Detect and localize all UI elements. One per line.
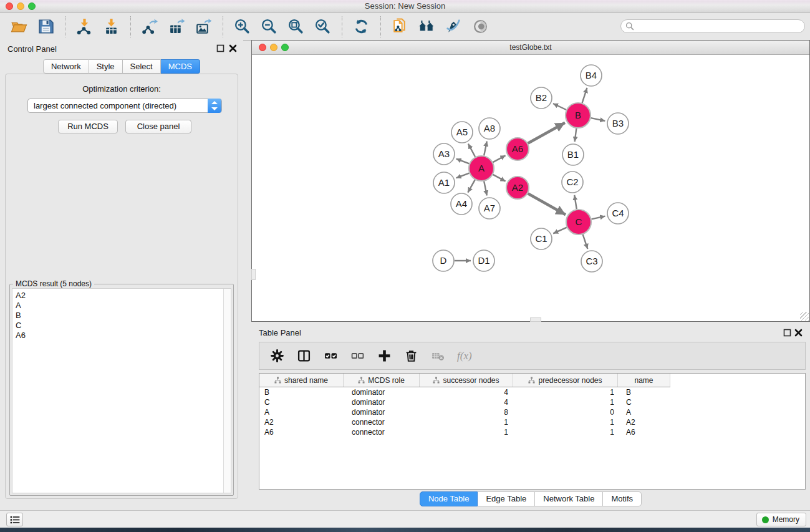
node-label-D: D: [440, 255, 447, 266]
split-columns-icon[interactable]: [296, 349, 311, 364]
select-all-checkboxes-icon[interactable]: [323, 349, 338, 364]
criterion-dropdown[interactable]: largest connected component (directed): [27, 99, 222, 113]
network-canvas[interactable]: B4B2BB3A8A5A6B1A3AA1C2A2A4A7C4CC1C3DD1: [252, 55, 809, 321]
network-window-titlebar[interactable]: testGlobe.txt: [252, 41, 809, 55]
result-list-scrollbar[interactable]: [223, 289, 231, 493]
edge-C-C3[interactable]: [583, 235, 588, 249]
add-column-icon[interactable]: [377, 349, 392, 364]
edge-B-B3[interactable]: [591, 118, 605, 121]
edge-A-A6[interactable]: [493, 155, 506, 162]
edge-A-A1[interactable]: [456, 173, 470, 178]
search-input[interactable]: [620, 19, 805, 33]
float-table-panel-icon[interactable]: [783, 329, 791, 337]
zoom-in-icon[interactable]: [233, 17, 252, 36]
mcds-result-item[interactable]: A: [16, 301, 231, 311]
node-table[interactable]: shared nameMCDS rolesuccessor nodesprede…: [259, 373, 806, 490]
table-row[interactable]: A2connector11A2: [259, 417, 805, 427]
mcds-result-item[interactable]: A6: [16, 331, 231, 341]
edge-A-A7[interactable]: [484, 181, 487, 196]
export-table-icon[interactable]: [167, 17, 186, 36]
mcds-result-item[interactable]: C: [16, 321, 231, 331]
table-cell: dominator: [344, 397, 420, 407]
tab-node-table[interactable]: Node Table: [420, 491, 478, 506]
column-header-label: MCDS role: [368, 376, 405, 385]
edge-B-B4[interactable]: [582, 88, 587, 103]
zoom-out-icon[interactable]: [259, 17, 279, 36]
toolbar-group: [381, 16, 499, 37]
network-from-file-icon[interactable]: [390, 17, 410, 36]
export-image-icon[interactable]: [194, 17, 213, 36]
column-header-MCDS-role[interactable]: MCDS role: [344, 374, 420, 387]
open-folder-icon[interactable]: [9, 17, 29, 36]
delete-column-icon[interactable]: [403, 349, 418, 364]
node-label-B4: B4: [586, 70, 597, 80]
zoom-fit-icon[interactable]: [286, 17, 306, 36]
table-cell: A: [618, 407, 670, 417]
refresh-icon[interactable]: [352, 17, 371, 36]
resize-grip-icon[interactable]: [800, 312, 809, 321]
show-console-button[interactable]: [6, 513, 23, 526]
table-cell: connector: [344, 427, 420, 437]
mcds-result-list[interactable]: A2ABCA6: [12, 288, 231, 493]
run-mcds-button[interactable]: Run MCDS: [58, 120, 118, 133]
close-table-panel-icon[interactable]: [794, 329, 803, 337]
memory-status-icon: [762, 516, 769, 523]
tab-network[interactable]: Network: [43, 59, 89, 74]
network-view-window: testGlobe.txt B4B2BB3A8A5A6B1A3AA1C2A2A4…: [251, 40, 810, 322]
tab-select[interactable]: Select: [123, 59, 161, 74]
table-cell: A6: [259, 427, 344, 437]
tab-network-table[interactable]: Network Table: [535, 491, 603, 506]
gear-icon[interactable]: [269, 349, 284, 364]
tab-motifs[interactable]: Motifs: [603, 491, 642, 506]
import-table-icon[interactable]: [102, 17, 121, 36]
table-header-row: shared nameMCDS rolesuccessor nodesprede…: [259, 374, 670, 387]
column-header-successor-nodes[interactable]: successor nodes: [420, 374, 513, 387]
column-header-shared-name[interactable]: shared name: [259, 374, 344, 387]
list-icon: [9, 515, 21, 525]
tab-mcds[interactable]: MCDS: [161, 59, 200, 74]
close-panel-button[interactable]: Close panel: [125, 120, 191, 133]
import-network-icon[interactable]: [75, 17, 94, 36]
tab-style[interactable]: Style: [89, 59, 123, 74]
edge-A-A5[interactable]: [468, 144, 475, 157]
column-header-predecessor-nodes[interactable]: predecessor nodes: [513, 374, 618, 387]
edge-C-C2[interactable]: [574, 195, 577, 210]
splitter-handle-left[interactable]: [251, 269, 256, 280]
mcds-result-item[interactable]: A2: [16, 291, 231, 301]
memory-button[interactable]: Memory: [756, 513, 806, 526]
node-label-A7: A7: [484, 203, 495, 213]
zoom-selected-icon[interactable]: [313, 17, 332, 36]
edge-A-A8[interactable]: [484, 142, 487, 156]
edge-A-A2[interactable]: [493, 175, 506, 181]
float-panel-icon[interactable]: [216, 44, 224, 52]
show-eye-icon[interactable]: [471, 17, 490, 36]
edge-A-A4[interactable]: [468, 180, 475, 192]
home-icon[interactable]: [417, 17, 436, 36]
edge-A2-C[interactable]: [528, 193, 566, 215]
mcds-result-item[interactable]: B: [16, 311, 231, 321]
column-header-label: successor nodes: [443, 376, 499, 385]
network-window-title: testGlobe.txt: [252, 43, 809, 52]
edge-C-C4[interactable]: [591, 216, 605, 220]
node-label-A8: A8: [484, 123, 495, 133]
hide-details-icon[interactable]: [444, 17, 463, 36]
export-network-icon[interactable]: [140, 17, 160, 36]
search-field-wrap: [620, 19, 805, 33]
table-row[interactable]: Adominator80A: [259, 407, 805, 417]
splitter-handle-bottom[interactable]: [530, 317, 541, 322]
edge-B-B1[interactable]: [575, 128, 577, 142]
deselect-all-checkboxes-icon[interactable]: [350, 349, 365, 364]
table-cell: B: [259, 387, 344, 397]
save-icon[interactable]: [36, 17, 55, 36]
edge-B-B2[interactable]: [553, 104, 566, 110]
table-row[interactable]: Bdominator41B: [259, 387, 805, 397]
edge-A-A3[interactable]: [456, 159, 470, 164]
table-cell: A: [259, 407, 344, 417]
column-header-name[interactable]: name: [618, 374, 670, 387]
table-row[interactable]: Cdominator41C: [259, 397, 805, 407]
edge-C-C1[interactable]: [553, 228, 567, 234]
close-panel-icon[interactable]: [229, 44, 237, 52]
table-row[interactable]: A6connector11A6: [259, 427, 805, 437]
tab-edge-table[interactable]: Edge Table: [478, 491, 535, 506]
edge-A6-B[interactable]: [528, 123, 565, 143]
